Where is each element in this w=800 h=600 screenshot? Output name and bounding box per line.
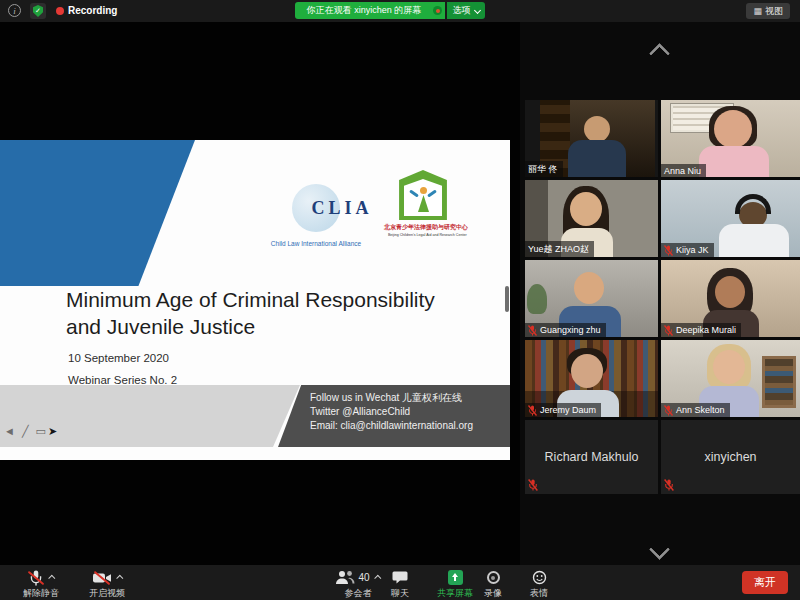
participant-name-label: Deepika Murali — [661, 323, 741, 337]
muted-mic-icon — [664, 245, 673, 256]
view-button[interactable]: ▦视图 — [746, 3, 790, 19]
participant-name-label: Anna Niu — [661, 164, 706, 177]
clia-acronym: CLIA — [292, 198, 392, 219]
house-icon — [397, 170, 449, 220]
meeting-topbar: i ✓ Recording 你正在观看 xinyichen 的屏幕 选项 ▦视图 — [0, 0, 800, 22]
recording-dot-icon — [56, 7, 64, 15]
participant-name-label: Ann Skelton — [661, 403, 730, 417]
video-tile[interactable]: 丽华 佟 — [525, 100, 658, 177]
banner-text: 你正在观看 xinyichen 的屏幕 — [307, 5, 422, 15]
presentation-slide: CLIA Child Law International Alliance 北京… — [0, 140, 510, 460]
unmute-button[interactable]: 解除静音 — [10, 569, 72, 600]
recording-label: Recording — [68, 5, 117, 16]
slide-series: Webinar Series No. 2 — [68, 374, 177, 386]
video-tile[interactable]: Guangxing zhu — [525, 260, 658, 337]
bclarc-logo: 北京青少年法律援助与研究中心 Beijing Children's Legal … — [384, 170, 462, 237]
headphones — [735, 194, 771, 214]
bclarc-name-en: Beijing Children's Legal Aid and Researc… — [388, 232, 458, 237]
muted-mic-icon — [528, 479, 538, 491]
video-tile[interactable]: Yue越 ZHAO赵 — [525, 180, 658, 257]
slide-date: 10 September 2020 — [68, 352, 169, 364]
record-icon — [487, 571, 500, 584]
participant-name-label: Guangxing zhu — [525, 323, 606, 337]
slide-contact-block: Follow us in Wechat 儿童权利在线 Twitter @Alli… — [310, 391, 473, 433]
slide-blue-banner — [0, 140, 195, 286]
viewing-screen-banner: 你正在观看 xinyichen 的屏幕 — [295, 2, 445, 19]
chat-icon — [392, 570, 408, 585]
participant-name-label: Yue越 ZHAO赵 — [525, 241, 594, 257]
muted-mic-icon — [664, 405, 673, 416]
participant-name-label: Jeremy Daum — [525, 403, 601, 417]
reactions-icon — [532, 570, 547, 585]
contact-wechat: Follow us in Wechat 儿童权利在线 — [310, 391, 473, 405]
meeting-control-bar: 解除静音 开启视频 40 参会者 聊天 — [0, 565, 800, 600]
muted-mic-icon — [528, 405, 537, 416]
chevron-up-icon[interactable] — [48, 575, 55, 582]
video-tile[interactable]: Jeremy Daum — [525, 340, 658, 417]
panel-resize-handle[interactable] — [505, 286, 509, 312]
video-tile[interactable]: Deepika Murali — [661, 260, 800, 337]
record-button[interactable]: 录像 — [470, 569, 516, 600]
muted-mic-icon — [664, 325, 673, 336]
participant-name-label: Richard Makhulo — [525, 420, 658, 494]
video-tile[interactable]: Kiiya JK — [661, 180, 800, 257]
record-indicator-icon — [433, 6, 442, 15]
clia-logo: CLIA Child Law International Alliance — [266, 184, 366, 247]
contact-email: Email: clia@childlawinternational.org — [310, 419, 473, 433]
participant-name-label: xinyichen — [661, 420, 800, 494]
start-video-button[interactable]: 开启视频 — [74, 569, 140, 600]
participant-video-grid: 丽华 佟 Anna Niu Yue越 ZHAO赵 Kiiya JK Guangx… — [525, 100, 800, 494]
encryption-badge[interactable]: ✓ — [30, 3, 46, 19]
clia-globe-icon: CLIA — [292, 184, 340, 232]
presenter-annotation-toolbar[interactable]: ◄ ╱ ▭➤ — [4, 425, 59, 438]
prev-slide-icon[interactable]: ◄ ╱ ▭ — [4, 425, 48, 437]
video-tile-no-video[interactable]: xinyichen — [661, 420, 800, 494]
video-tile-no-video[interactable]: Richard Makhulo — [525, 420, 658, 494]
info-icon[interactable]: i — [8, 4, 21, 17]
participants-count: 40 — [358, 572, 369, 583]
video-tile-active-speaker[interactable]: Anna Niu — [661, 100, 800, 177]
participants-icon — [335, 570, 355, 585]
contact-twitter: Twitter @AllianceChild — [310, 405, 473, 419]
chevron-up-icon[interactable] — [116, 575, 123, 582]
muted-mic-icon — [528, 325, 537, 336]
shield-icon: ✓ — [33, 5, 43, 17]
zoom-meeting-window: i ✓ Recording 你正在观看 xinyichen 的屏幕 选项 ▦视图… — [0, 0, 800, 600]
participant-name-label: 丽华 佟 — [525, 161, 563, 177]
scroll-down-icon[interactable] — [649, 539, 670, 560]
bclarc-name-cn: 北京青少年法律援助与研究中心 — [384, 223, 462, 232]
pointer-icon[interactable]: ➤ — [48, 425, 59, 437]
options-dropdown[interactable]: 选项 — [447, 2, 485, 19]
shared-screen-area: CLIA Child Law International Alliance 北京… — [0, 22, 520, 565]
grid-icon: ▦ — [753, 6, 762, 16]
participant-name-label: Kiiya JK — [661, 243, 714, 257]
scroll-up-icon[interactable] — [649, 43, 670, 64]
chevron-down-icon — [473, 7, 480, 14]
chat-button[interactable]: 聊天 — [378, 569, 422, 600]
muted-mic-icon — [664, 479, 674, 491]
slide-title: Minimum Age of Criminal Responsibility a… — [66, 286, 466, 340]
clia-full-name: Child Law International Alliance — [266, 240, 366, 247]
share-screen-icon — [448, 570, 463, 585]
video-tile[interactable]: Ann Skelton — [661, 340, 800, 417]
leave-button[interactable]: 离开 — [742, 571, 788, 594]
reactions-button[interactable]: 表情 — [516, 569, 562, 600]
